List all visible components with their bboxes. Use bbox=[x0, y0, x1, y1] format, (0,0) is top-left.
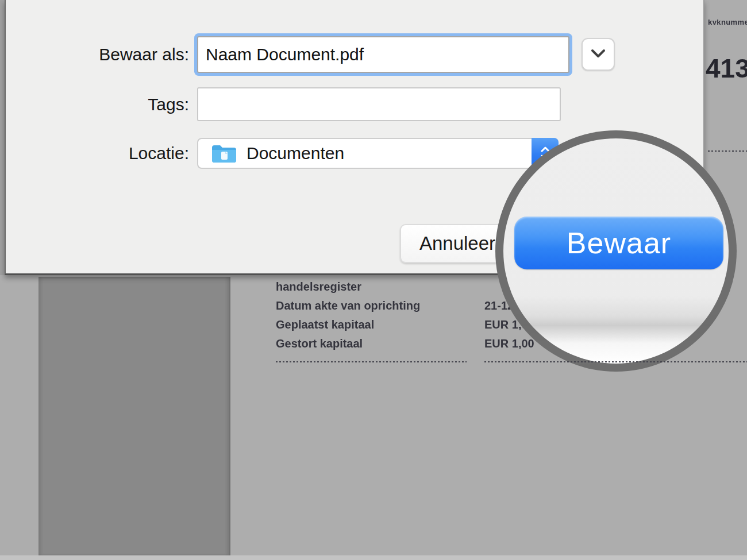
folder-icon bbox=[211, 144, 236, 163]
location-dropdown[interactable]: Documenten bbox=[197, 138, 559, 169]
filename-input[interactable]: Naam Document.pdf bbox=[197, 36, 569, 73]
document-divider-right-column bbox=[708, 150, 747, 152]
document-row-label: Datum akte van oprichting bbox=[276, 299, 471, 312]
location-label: Locatie: bbox=[6, 138, 189, 169]
background-panel bbox=[38, 277, 230, 556]
screenshot-root: kvknummer 4130 handelsregister Datum akt… bbox=[0, 0, 747, 560]
save-as-label: Bewaar als: bbox=[6, 36, 189, 73]
document-divider-left bbox=[276, 361, 467, 362]
background-bottom-strip bbox=[0, 555, 747, 560]
document-row-label: handelsregister bbox=[276, 280, 471, 293]
chevron-down-icon bbox=[591, 49, 606, 60]
document-kvk-number: 4130 bbox=[706, 53, 747, 84]
expand-dialog-button[interactable] bbox=[582, 38, 615, 71]
background-left-strip bbox=[0, 0, 5, 275]
magnifier-circle: Bewaar bbox=[495, 130, 737, 372]
document-kvk-header: kvknummer bbox=[708, 18, 747, 26]
document-row-label: Geplaatst kapitaal bbox=[276, 318, 471, 331]
tags-label: Tags: bbox=[6, 87, 189, 121]
save-button[interactable]: Bewaar bbox=[514, 217, 723, 269]
document-row-label: Gestort kapitaal bbox=[276, 337, 471, 350]
location-value: Documenten bbox=[247, 144, 344, 163]
tags-input[interactable] bbox=[197, 87, 561, 121]
document-divider-right bbox=[484, 361, 747, 362]
